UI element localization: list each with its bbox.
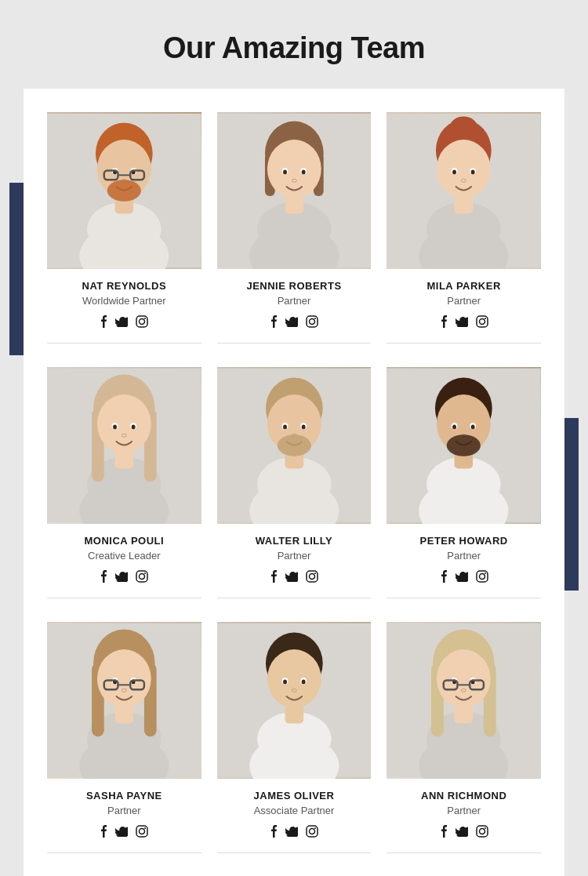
svg-point-74 [301, 424, 305, 429]
team-card: NAT REYNOLDSWorldwide Partner JENNIE ROB [24, 89, 564, 876]
svg-rect-144 [477, 826, 488, 837]
member-photo-mila-parker [387, 112, 541, 269]
facebook-icon[interactable] [270, 569, 278, 586]
member-socials-walter-lilly [270, 569, 318, 586]
facebook-icon[interactable] [440, 569, 448, 586]
svg-point-107 [122, 689, 126, 692]
svg-point-30 [292, 179, 296, 182]
twitter-icon[interactable] [456, 571, 468, 584]
twitter-icon[interactable] [115, 826, 128, 839]
team-member-ann-richmond: ANN RICHMONDPartner [387, 622, 541, 861]
svg-point-94 [485, 572, 486, 574]
svg-point-47 [479, 319, 485, 325]
twitter-icon[interactable] [115, 316, 128, 329]
twitter-icon[interactable] [285, 316, 298, 329]
member-socials-jennie-roberts [270, 314, 318, 331]
member-divider [387, 343, 541, 343]
member-role-walter-lilly: Partner [278, 550, 311, 562]
svg-point-145 [479, 829, 485, 834]
member-name-jennie-roberts: JENNIE ROBERTS [246, 280, 341, 292]
instagram-icon[interactable] [136, 315, 148, 330]
svg-point-32 [309, 319, 314, 325]
member-photo-ann-richmond [387, 622, 541, 779]
svg-point-29 [301, 169, 305, 174]
facebook-icon[interactable] [100, 569, 107, 586]
member-photo-monica-pouli [47, 367, 201, 524]
member-role-ann-richmond: Partner [447, 805, 481, 816]
svg-point-61 [122, 434, 126, 437]
svg-rect-62 [136, 571, 147, 582]
svg-point-44 [471, 169, 475, 174]
member-photo-jennie-roberts [217, 112, 372, 269]
member-name-sasha-payne: SASHA PAYNE [86, 790, 162, 801]
facebook-icon[interactable] [440, 824, 448, 841]
instagram-icon[interactable] [306, 315, 318, 330]
svg-point-16 [140, 319, 145, 325]
instagram-icon[interactable] [476, 315, 488, 330]
svg-point-64 [144, 572, 146, 574]
twitter-icon[interactable] [456, 826, 468, 839]
facebook-icon[interactable] [100, 314, 107, 331]
svg-point-48 [485, 318, 486, 319]
facebook-icon[interactable] [100, 824, 107, 841]
svg-point-113 [144, 827, 146, 829]
facebook-icon[interactable] [270, 314, 278, 331]
instagram-icon[interactable] [136, 825, 148, 840]
member-divider [217, 343, 372, 343]
svg-point-78 [309, 574, 314, 580]
instagram-icon[interactable] [306, 825, 318, 840]
twitter-icon[interactable] [456, 316, 468, 329]
svg-point-123 [301, 679, 305, 684]
svg-rect-92 [477, 571, 488, 582]
member-socials-sasha-payne [100, 824, 148, 841]
member-role-mila-parker: Partner [447, 295, 481, 307]
instagram-icon[interactable] [476, 825, 488, 840]
svg-point-122 [283, 679, 287, 684]
team-member-nat-reynolds: NAT REYNOLDSWorldwide Partner [47, 112, 201, 351]
svg-point-17 [144, 318, 146, 319]
member-name-mila-parker: MILA PARKER [426, 280, 500, 292]
team-member-walter-lilly: WALTER LILLYPartner [217, 367, 372, 606]
svg-point-76 [277, 434, 310, 456]
svg-point-88 [452, 424, 456, 429]
svg-point-91 [447, 434, 481, 456]
member-socials-monica-pouli [100, 569, 148, 586]
svg-point-60 [132, 424, 136, 429]
member-socials-james-oliver [270, 824, 318, 841]
facebook-icon[interactable] [440, 314, 448, 331]
member-photo-walter-lilly [217, 367, 372, 524]
member-divider [387, 852, 541, 853]
instagram-icon[interactable] [136, 570, 148, 585]
member-role-james-oliver: Associate Partner [254, 805, 335, 816]
member-divider [47, 343, 201, 343]
svg-point-39 [450, 117, 477, 139]
svg-point-124 [292, 689, 296, 692]
svg-rect-15 [136, 316, 147, 327]
svg-point-33 [314, 318, 316, 319]
svg-point-140 [462, 689, 466, 692]
member-photo-sasha-payne [47, 622, 201, 779]
instagram-icon[interactable] [476, 570, 488, 585]
svg-point-28 [283, 169, 287, 174]
member-divider [387, 598, 541, 598]
member-name-ann-richmond: ANN RICHMOND [421, 790, 506, 801]
member-socials-nat-reynolds [100, 314, 148, 331]
team-member-james-oliver: JAMES OLIVERAssociate Partner [217, 622, 372, 861]
svg-point-59 [113, 424, 117, 429]
twitter-icon[interactable] [285, 571, 298, 584]
instagram-icon[interactable] [306, 570, 318, 585]
twitter-icon[interactable] [285, 826, 298, 839]
facebook-icon[interactable] [270, 824, 278, 841]
member-name-peter-howard: PETER HOWARD [420, 535, 508, 547]
svg-point-93 [479, 574, 485, 580]
svg-point-43 [452, 169, 456, 174]
member-socials-peter-howard [440, 569, 488, 586]
team-member-jennie-roberts: JENNIE ROBERTSPartner [217, 112, 372, 351]
member-socials-mila-parker [440, 314, 488, 331]
svg-rect-46 [477, 316, 488, 327]
svg-point-89 [471, 424, 475, 429]
member-photo-james-oliver [217, 622, 372, 779]
svg-point-11 [107, 180, 141, 202]
twitter-icon[interactable] [115, 571, 128, 584]
footer-credit: Image by Freepik [47, 861, 541, 876]
